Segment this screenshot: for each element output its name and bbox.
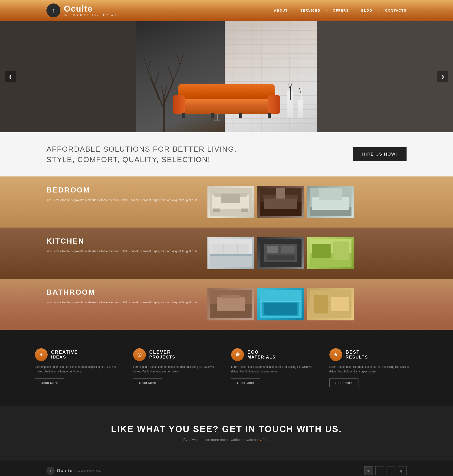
nav-services[interactable]: SERVICES (300, 9, 321, 12)
bedroom-info: BEDROOM In eu erat vitae felis gravidat … (46, 186, 198, 203)
bedroom-images (207, 186, 407, 218)
feature-best: ★ BEST RESULTS Lorem ipsum dolor sit ame… (329, 348, 418, 387)
tagline-section: AFFORDABLE SOLUTIONS FOR BETTER LIVING. … (0, 132, 453, 176)
eco-title: ECO (248, 350, 276, 355)
bathroom-image-2[interactable] (257, 288, 304, 320)
footer-logo-area: ↑ Oculte © 2013 | Privacy Policy (46, 467, 101, 475)
features-grid: ♦ CREATIVE IDEAS Lorem ipsum dolor sit a… (35, 348, 418, 387)
kitchen-description: In eu erat vitae felis gravidat malesuad… (46, 249, 198, 254)
nav-dot: ● (355, 10, 356, 11)
nav-dot: ● (378, 10, 379, 11)
kitchen-section: KITCHEN In eu erat vitae felis gravidat … (0, 228, 453, 279)
social-email-icon[interactable]: ✉ (364, 466, 373, 475)
creative-title-block: CREATIVE IDEAS (51, 350, 78, 360)
svg-rect-29 (276, 188, 285, 198)
bathroom-image-1[interactable] (207, 288, 254, 320)
vase-area (287, 91, 303, 119)
bathroom-info: BATHROOM In eu erat vitae felis gravidat… (46, 288, 198, 305)
bedroom-image-1[interactable] (207, 186, 254, 218)
creative-read-more-button[interactable]: Read More (35, 378, 64, 387)
svg-rect-60 (331, 297, 349, 311)
kitchen-image-3[interactable] (307, 237, 354, 269)
clever-title-block: CLEVER PROJECTS (149, 350, 176, 360)
feature-clever: ◎ CLEVER PROJECTS Lorem ipsum dolor sit … (133, 348, 222, 387)
logo-icon: ↑ (46, 3, 60, 17)
nav-contacts[interactable]: CONTACTS (385, 9, 407, 12)
svg-rect-59 (314, 295, 328, 314)
footer-logo-name: Oculte (57, 468, 73, 473)
creative-subtitle: IDEAS (51, 355, 78, 360)
svg-rect-37 (212, 244, 249, 254)
eco-read-more-button[interactable]: Read More (231, 378, 260, 387)
svg-rect-51 (217, 297, 245, 311)
clever-read-more-button[interactable]: Read More (133, 378, 162, 387)
target-icon: ◎ (137, 351, 142, 357)
kitchen-image-2[interactable] (257, 237, 304, 269)
clever-text: Lorem ipsum dolor sit amet, conse eturel… (133, 364, 222, 374)
feature-clever-header: ◎ CLEVER PROJECTS (133, 348, 222, 361)
svg-rect-27 (264, 197, 297, 209)
bathroom-section: BATHROOM In eu erat vitae felis gravidat… (0, 279, 453, 330)
eco-title-block: ECO MATERIALS (248, 350, 276, 360)
slider-next-button[interactable]: ❯ (437, 71, 448, 82)
slider-prev-button[interactable]: ❮ (5, 71, 16, 82)
cta-offers-link[interactable]: Offers. (260, 438, 270, 442)
bath-img2-placeholder (257, 288, 304, 320)
svg-line-15 (289, 84, 290, 91)
bathroom-image-3[interactable] (307, 288, 354, 320)
bedroom-img2-placeholder (257, 186, 304, 218)
svg-line-11 (148, 60, 151, 70)
nav-dot: ● (294, 10, 295, 11)
logo-area: ↑ Oculte INTERIOR DESIGN BUREAU (46, 3, 116, 17)
clever-title: CLEVER (149, 350, 176, 355)
social-gplus-icon[interactable]: g+ (398, 466, 407, 475)
svg-rect-33 (319, 188, 342, 200)
best-title-block: BEST RESULTS (346, 350, 368, 360)
kitchen-image-1[interactable] (207, 237, 254, 269)
feature-creative: ♦ CREATIVE IDEAS Lorem ipsum dolor sit a… (35, 348, 124, 387)
nav-offers[interactable]: OFFERS (333, 9, 349, 12)
bathroom-description: In eu erat vitae felis gravidat malesuad… (46, 300, 198, 305)
bath-img3-placeholder (307, 288, 354, 320)
svg-rect-44 (267, 255, 295, 260)
cta-line1-bold: GET IN TOUCH WITH US. (222, 424, 342, 434)
footer-logo-icon: ↑ (46, 467, 55, 475)
hero-sofa (178, 79, 275, 119)
social-facebook-icon[interactable]: f (375, 466, 384, 475)
nav-blog[interactable]: BLOG (361, 9, 372, 12)
svg-line-4 (148, 70, 155, 86)
logo-text: Oculte INTERIOR DESIGN BUREAU (64, 4, 116, 17)
features-section: ♦ CREATIVE IDEAS Lorem ipsum dolor sit a… (0, 330, 453, 406)
best-read-more-button[interactable]: Read More (329, 378, 358, 387)
svg-rect-24 (221, 194, 240, 203)
feature-eco-header: ❋ ECO MATERIALS (231, 348, 320, 361)
tagline-line1-text: AFFORDABLE SOLUTIONS FOR BETTER LIVING. (46, 145, 237, 153)
leaf-icon: ❋ (236, 351, 240, 357)
bedroom-image-2[interactable] (257, 186, 304, 218)
star-icon: ★ (333, 351, 338, 357)
social-twitter-icon[interactable]: t (387, 466, 395, 475)
best-title: BEST (346, 350, 368, 355)
svg-line-10 (144, 58, 148, 70)
creative-title: CREATIVE (51, 350, 78, 355)
svg-rect-42 (267, 246, 278, 253)
feature-eco: ❋ ECO MATERIALS Lorem ipsum dolor sit am… (231, 348, 320, 387)
cta-subtitle-text: If you want to see more recent works, br… (183, 438, 259, 442)
svg-rect-35 (210, 255, 252, 267)
best-subtitle: RESULTS (346, 355, 368, 360)
bedroom-section: BEDROOM In eu erat vitae felis gravidat … (0, 176, 453, 228)
kitchen-img1-placeholder (207, 237, 254, 269)
svg-line-7 (168, 67, 173, 81)
kitchen-info: KITCHEN In eu erat vitae felis gravidat … (46, 237, 198, 254)
nav-about[interactable]: ABOUT (274, 9, 288, 12)
bedroom-image-3[interactable] (307, 186, 354, 218)
svg-rect-47 (312, 244, 331, 258)
rooms-container: BEDROOM In eu erat vitae felis gravidat … (0, 176, 453, 330)
logo-subtitle: INTERIOR DESIGN BUREAU (64, 14, 116, 17)
svg-rect-36 (210, 254, 252, 256)
kitchen-img2-placeholder (257, 237, 304, 269)
bedroom-description: In eu erat vitae felis gravidat malesuad… (46, 198, 198, 203)
tagline-line2-text: STYLE, COMFORT, QUALITY, SELECTION! (46, 155, 210, 164)
main-nav: ABOUT ● SERVICES ● OFFERS ● BLOG ● CONTA… (274, 9, 407, 12)
hire-button[interactable]: HIRE US NOW! (353, 147, 407, 161)
